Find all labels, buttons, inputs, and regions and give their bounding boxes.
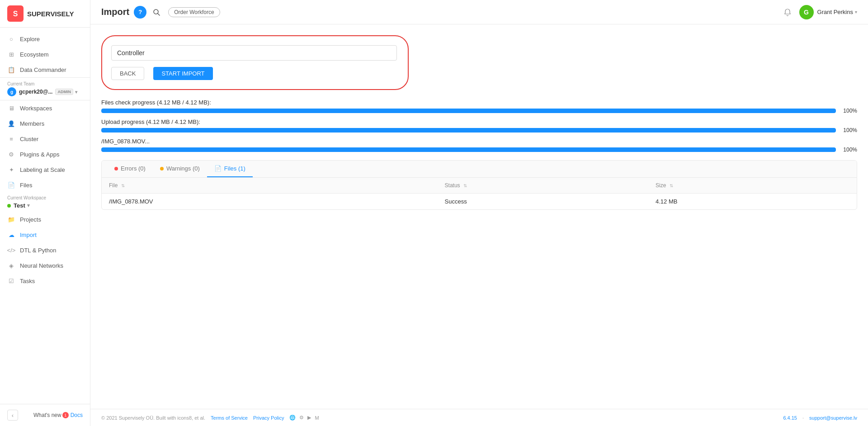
sidebar-item-label: Tasks xyxy=(20,278,35,284)
sidebar-item-neural-networks[interactable]: ◈ Neural Networks xyxy=(0,258,90,273)
projects-icon: 📁 xyxy=(7,215,15,223)
logo-text: SUPERVISELY xyxy=(27,10,74,18)
sidebar-item-explore[interactable]: ○ Explore xyxy=(0,31,90,47)
tasks-icon: ☑ xyxy=(7,277,15,285)
files-tab-icon: 📄 xyxy=(214,165,222,172)
sidebar-item-import[interactable]: ☁ Import xyxy=(0,227,90,242)
sidebar: S SUPERVISELY ○ Explore ⊞ Ecosystem 📋 Da… xyxy=(0,0,90,426)
tabs-header: Errors (0) Warnings (0) 📄 Files (1) xyxy=(102,161,857,178)
privacy-link[interactable]: Privacy Policy xyxy=(253,415,284,421)
files-check-label: Files check progress (4.12 MB / 4.12 MB)… xyxy=(101,99,857,106)
logo: S SUPERVISELY xyxy=(0,0,90,28)
file-sort-icon[interactable]: ⇅ xyxy=(121,183,125,188)
workspace-dot xyxy=(7,204,11,208)
sidebar-bottom: ‹ What's new 1 Docs xyxy=(0,404,90,426)
globe-icon: 🌐 xyxy=(289,415,296,421)
file-cell: /IMG_0878.MOV xyxy=(102,194,438,210)
tab-files-label: Files (1) xyxy=(224,165,245,172)
user-name[interactable]: Grant Perkins ▾ xyxy=(817,9,857,15)
status-col-header: Status ⇅ xyxy=(438,178,648,194)
sidebar-item-members[interactable]: 👤 Members xyxy=(0,116,90,131)
workspace-name[interactable]: Test ▾ xyxy=(7,202,83,209)
sidebar-item-label: Neural Networks xyxy=(20,262,63,269)
workspaces-icon: 🖥 xyxy=(7,104,15,112)
upload-fill xyxy=(101,128,836,133)
sidebar-item-label: Import xyxy=(20,232,37,238)
import-icon: ☁ xyxy=(7,231,15,239)
size-cell: 4.12 MB xyxy=(648,194,857,210)
sidebar-item-tasks[interactable]: ☑ Tasks xyxy=(0,273,90,289)
support-link[interactable]: support@supervise.lv xyxy=(809,415,857,421)
order-workforce-button[interactable]: Order Workforce xyxy=(168,7,220,17)
explore-icon: ○ xyxy=(7,35,15,43)
m-icon: M xyxy=(315,415,319,421)
main-content: Import ? Order Workforce G Grant Perkins… xyxy=(90,0,868,426)
file-progress: /IMG_0878.MOV... 100% xyxy=(101,138,857,153)
team-label: Current Team xyxy=(7,81,83,86)
github-icon: ⚙ xyxy=(299,415,304,421)
upload-percent: 100% xyxy=(841,127,857,133)
help-button[interactable]: ? xyxy=(134,6,146,19)
notification-bell[interactable] xyxy=(781,6,794,19)
team-chevron: ▾ xyxy=(75,90,77,95)
status-cell: Success xyxy=(438,194,648,210)
sidebar-item-cluster[interactable]: ≡ Cluster xyxy=(0,131,90,147)
sidebar-item-plugins[interactable]: ⚙ Plugins & Apps xyxy=(0,147,90,162)
upload-bar-container: 100% xyxy=(101,127,857,133)
size-sort-icon[interactable]: ⇅ xyxy=(670,183,673,188)
files-check-percent: 100% xyxy=(841,108,857,114)
file-track xyxy=(101,147,836,152)
team-avatar: g xyxy=(7,87,16,96)
sidebar-item-label: Labeling at Scale xyxy=(20,166,65,173)
controller-section: BACK START IMPORT xyxy=(101,35,409,90)
labeling-icon: ✦ xyxy=(7,166,15,174)
search-icon[interactable] xyxy=(150,6,163,19)
team-name[interactable]: g gcperk20@... ADMIN ▾ xyxy=(7,87,83,96)
team-section: Current Team g gcperk20@... ADMIN ▾ xyxy=(0,77,90,100)
sidebar-item-projects[interactable]: 📁 Projects xyxy=(0,212,90,227)
sidebar-nav: ○ Explore ⊞ Ecosystem 📋 Data Commander C… xyxy=(0,28,90,404)
workspace-chevron: ▾ xyxy=(27,203,30,208)
sidebar-item-ecosystem[interactable]: ⊞ Ecosystem xyxy=(0,47,90,62)
sidebar-item-workspaces[interactable]: 🖥 Workspaces xyxy=(0,100,90,116)
header: Import ? Order Workforce G Grant Perkins… xyxy=(90,0,868,24)
cluster-icon: ≡ xyxy=(7,135,15,143)
admin-badge: ADMIN xyxy=(55,89,73,95)
data-commander-icon: 📋 xyxy=(7,66,15,74)
notification-badge: 1 xyxy=(62,412,69,418)
docs-link[interactable]: Docs xyxy=(71,412,83,418)
terms-link[interactable]: Terms of Service xyxy=(211,415,248,421)
tab-errors-label: Errors (0) xyxy=(121,165,146,172)
files-check-track xyxy=(101,109,836,113)
sidebar-item-label: Files xyxy=(20,182,32,189)
start-import-button[interactable]: START IMPORT xyxy=(153,67,212,80)
file-col-header: File ⇅ xyxy=(102,178,438,194)
sidebar-item-data-commander[interactable]: 📋 Data Commander xyxy=(0,62,90,77)
svg-text:S: S xyxy=(13,10,18,18)
status-sort-icon[interactable]: ⇅ xyxy=(463,183,467,188)
file-label: /IMG_0878.MOV... xyxy=(101,138,857,145)
whats-new-section[interactable]: What's new 1 Docs xyxy=(33,412,83,418)
upload-label: Upload progress (4.12 MB / 4.12 MB): xyxy=(101,118,857,125)
tab-warnings[interactable]: Warnings (0) xyxy=(153,161,207,177)
user-avatar: G xyxy=(799,5,814,19)
svg-line-3 xyxy=(158,14,160,15)
tab-files[interactable]: 📄 Files (1) xyxy=(207,161,253,177)
back-button[interactable]: BACK xyxy=(111,67,144,80)
sidebar-item-files[interactable]: 📄 Files xyxy=(0,177,90,193)
page-content: BACK START IMPORT Files check progress (… xyxy=(90,24,868,409)
sidebar-item-dtl[interactable]: </> DTL & Python xyxy=(0,242,90,258)
files-icon: 📄 xyxy=(7,181,15,189)
footer: © 2021 Supervisely OÜ. Built with icons8… xyxy=(90,409,868,426)
ecosystem-icon: ⊞ xyxy=(7,50,15,58)
tab-errors[interactable]: Errors (0) xyxy=(107,161,153,177)
collapse-button[interactable]: ‹ xyxy=(7,410,18,421)
controller-input[interactable] xyxy=(111,45,397,61)
version-link[interactable]: 6.4.15 xyxy=(783,415,797,421)
user-chevron: ▾ xyxy=(855,9,857,14)
files-check-progress: Files check progress (4.12 MB / 4.12 MB)… xyxy=(101,99,857,114)
sidebar-item-label: Plugins & Apps xyxy=(20,151,59,158)
sidebar-item-labeling[interactable]: ✦ Labeling at Scale xyxy=(0,162,90,177)
sidebar-item-label: Members xyxy=(20,120,44,127)
footer-icons: 🌐 ⚙ ▶ M xyxy=(289,415,319,421)
